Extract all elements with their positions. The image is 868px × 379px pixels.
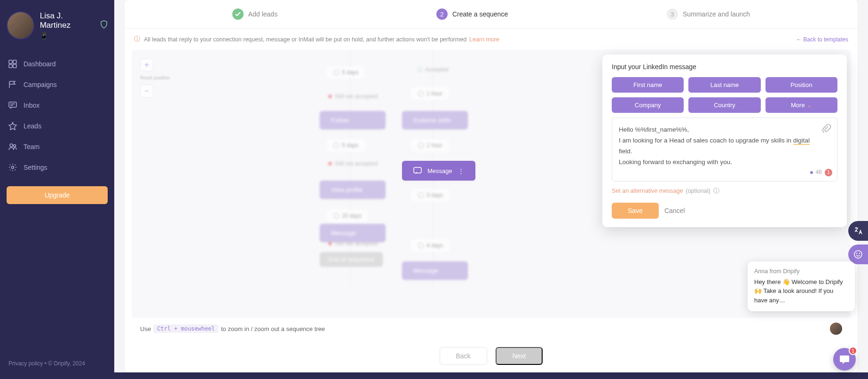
svg-point-9	[854, 251, 862, 258]
delay-pill: 4 days	[411, 239, 450, 252]
chat-from: Anna from Dripify	[754, 268, 848, 275]
step-number: 2	[436, 8, 448, 20]
delay-pill: 1 hour	[411, 87, 449, 100]
flag-icon	[8, 80, 17, 89]
status-not-accepted: Still not accepted	[328, 240, 378, 247]
action-message-active[interactable]: Message ⋮	[402, 161, 475, 181]
clock-icon	[333, 213, 339, 219]
delay-pill: 5 days	[327, 139, 365, 151]
dot-icon	[810, 171, 813, 174]
step-summarize[interactable]: 3 Summarize and launch	[667, 8, 750, 20]
var-more[interactable]: More⌄	[765, 97, 837, 113]
svg-rect-1	[13, 60, 16, 63]
info-text: All leads that reply to your connection …	[144, 36, 466, 43]
sidebar-item-label: Campaigns	[24, 81, 57, 88]
var-position[interactable]: Position	[765, 77, 837, 93]
attach-icon[interactable]	[822, 124, 831, 137]
chat-badge: 1	[849, 347, 857, 355]
sidebar-item-inbox[interactable]: Inbox	[0, 95, 114, 116]
cancel-button[interactable]: Cancel	[664, 207, 685, 214]
end-of-sequence: End of sequence	[320, 252, 383, 267]
footer-actions: Back Next	[125, 340, 858, 372]
sidebar-item-label: Team	[24, 143, 39, 150]
var-company[interactable]: Company	[612, 97, 684, 113]
action-message: Message	[402, 261, 468, 280]
sidebar-item-campaigns[interactable]: Campaigns	[0, 74, 114, 95]
sidebar-item-dashboard[interactable]: Dashboard	[0, 54, 114, 74]
more-dots-icon[interactable]: ⋮	[458, 167, 464, 174]
red-dot-icon	[328, 162, 332, 166]
sidebar-footer: Privacy policy • © Dripify, 2024	[0, 354, 114, 373]
back-templates-link[interactable]: ← Back to templates	[796, 36, 848, 43]
clock-icon	[418, 243, 424, 248]
sidebar-item-settings[interactable]: Settings	[0, 157, 114, 178]
step-add-leads[interactable]: Add leads	[232, 8, 277, 20]
sidebar: Lisa J. Martinez 📱 Dashboard Campaigns I…	[0, 0, 114, 379]
svg-point-7	[12, 166, 14, 169]
svg-rect-4	[9, 102, 16, 107]
modal-title: Input your LinkedIn message	[612, 63, 837, 71]
step-create-sequence[interactable]: 2 Create a sequence	[436, 8, 508, 20]
svg-rect-0	[9, 60, 12, 63]
action-follow: Follow	[320, 111, 386, 129]
delay-pill: 5 days	[327, 66, 365, 79]
var-last-name[interactable]: Last name	[688, 77, 760, 93]
profile-block[interactable]: Lisa J. Martinez 📱	[0, 6, 114, 49]
hint-pre: Use	[140, 325, 151, 332]
red-dot-icon	[328, 242, 332, 245]
check-icon	[232, 8, 244, 20]
next-button[interactable]: Next	[496, 347, 543, 365]
chat-message: Hey there 👋 Welcome to Dripify 🙌 Take a …	[754, 277, 848, 305]
chevron-down-icon: ⌄	[807, 102, 812, 109]
action-view-profile: View profile	[320, 181, 386, 199]
alt-message-row: Set an alternative message (optional) ⓘ	[612, 187, 837, 195]
message-icon	[8, 101, 17, 110]
sidebar-item-label: Dashboard	[24, 60, 56, 68]
tick-icon	[418, 67, 422, 72]
chat-bubble-button[interactable]: 1	[833, 348, 856, 371]
svg-point-6	[14, 145, 16, 147]
upgrade-button[interactable]: Upgrade	[7, 186, 108, 204]
sidebar-item-team[interactable]: Team	[0, 136, 114, 157]
info-icon: ⓘ	[134, 35, 140, 43]
message-textarea[interactable]: Hello %%first_name%%, I am looking for a…	[612, 118, 837, 182]
delay-pill: 20 days	[327, 210, 368, 222]
learn-more-link[interactable]: Learn more	[469, 36, 499, 43]
clock-icon	[418, 192, 424, 198]
char-count: 46 1	[810, 167, 832, 177]
alt-optional: (optional)	[686, 188, 710, 194]
stepper: Add leads 2 Create a sequence 3 Summariz…	[125, 0, 858, 29]
chat-popup[interactable]: Anna from Dripify Hey there 👋 Welcome to…	[748, 261, 855, 312]
sidebar-item-leads[interactable]: Leads	[0, 116, 114, 136]
step-label: Summarize and launch	[683, 10, 750, 18]
gear-icon	[8, 163, 17, 172]
var-first-name[interactable]: First name	[612, 77, 684, 93]
hint-kbd: Ctrl + mousewheel	[153, 324, 219, 333]
red-dot-icon	[328, 95, 332, 98]
svg-rect-8	[414, 167, 421, 173]
float-translate-button[interactable]	[848, 221, 868, 241]
copyright: © Dripify, 2024	[48, 360, 85, 367]
hint-avatar	[830, 323, 842, 335]
avatar	[7, 11, 34, 39]
alt-message-link[interactable]: Set an alternative message	[612, 188, 683, 194]
svg-rect-3	[13, 64, 16, 68]
info-bar: ⓘ All leads that reply to your connectio…	[125, 29, 858, 50]
back-button[interactable]: Back	[440, 347, 487, 365]
svg-rect-2	[9, 64, 12, 68]
error-badge: 1	[825, 169, 832, 176]
sidebar-item-label: Settings	[24, 164, 47, 171]
profile-emoji-icon: 📱	[40, 32, 95, 39]
privacy-link[interactable]: Privacy policy	[8, 360, 43, 367]
users-icon	[8, 142, 17, 151]
sidebar-item-label: Leads	[24, 122, 41, 130]
sidebar-item-label: Inbox	[24, 102, 39, 109]
info-icon[interactable]: ⓘ	[713, 187, 719, 195]
svg-point-10	[856, 253, 857, 254]
var-country[interactable]: Country	[688, 97, 760, 113]
save-button[interactable]: Save	[612, 203, 659, 219]
clock-icon	[418, 142, 424, 148]
step-label: Create a sequence	[452, 10, 508, 18]
clock-icon	[333, 70, 339, 75]
star-icon	[8, 122, 17, 130]
